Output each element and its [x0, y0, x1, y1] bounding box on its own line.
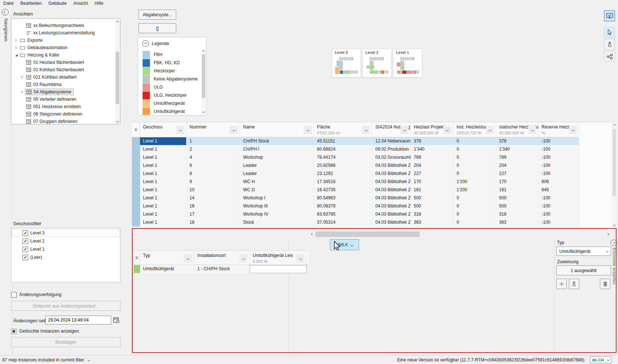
- column-filter-button[interactable]: [296, 254, 304, 262]
- table-cell[interactable]: WC H: [240, 178, 314, 186]
- scrollbar-thumb[interactable]: [202, 54, 205, 98]
- scroll-left-icon[interactable]: [310, 231, 315, 237]
- table-cell[interactable]: Level 1: [140, 210, 187, 219]
- row-selector[interactable]: [132, 202, 140, 210]
- table-cell[interactable]: 45.51151: [314, 137, 372, 145]
- brackets-button[interactable]: []: [139, 23, 176, 33]
- table-cell[interactable]: 0: [454, 162, 496, 170]
- row-selector[interactable]: [132, 178, 140, 186]
- table-cell[interactable]: CH/PH I: [240, 145, 314, 154]
- table-menu-button[interactable]: ≡: [132, 122, 140, 137]
- filter-row[interactable]: ✓Level 2: [11, 237, 120, 245]
- table-cell[interactable]: Umluftkühlgerät: [140, 265, 194, 273]
- table-cell[interactable]: 500: [411, 194, 454, 202]
- scroll-up-icon[interactable]: [612, 123, 617, 128]
- column-header-1[interactable]: Geschoss: [140, 122, 187, 137]
- table-cell[interactable]: 04.03 Bibliothek Ziel: [372, 162, 411, 170]
- column-header-9[interactable]: Reserve Heizl%: [539, 122, 579, 137]
- table-cell[interactable]: 4: [187, 154, 240, 162]
- table-cell[interactable]: Level 1: [140, 170, 187, 178]
- table-cell[interactable]: 0: [454, 137, 496, 145]
- table-cell[interactable]: 363: [411, 219, 454, 227]
- table-menu-button[interactable]: ≡: [134, 251, 140, 265]
- table-cell[interactable]: 37.05314: [314, 219, 372, 227]
- select-cursor-button[interactable]: [604, 27, 615, 38]
- table-cell[interactable]: Level 1: [140, 154, 187, 162]
- table-cell[interactable]: 04.03 Bibliothek Ziel: [372, 194, 411, 202]
- table-cell[interactable]: 500: [496, 194, 539, 202]
- expanded-arrow-icon[interactable]: [14, 54, 19, 57]
- menu-item-bearbeiten[interactable]: Bearbeiten: [17, 1, 45, 6]
- column-filter-button[interactable]: [569, 126, 577, 134]
- table-cell[interactable]: 1'340: [411, 145, 454, 154]
- column-filter-button[interactable]: [184, 254, 192, 262]
- table-cell[interactable]: 09.02 Produktion (feine Ar: [372, 145, 411, 154]
- tree-item[interactable]: xx Leistungszusammenstellung: [11, 29, 120, 37]
- scrollbar-thumb[interactable]: [612, 129, 616, 196]
- column-header-7[interactable]: inst. Heizleistung24'619.730 W: [454, 122, 496, 137]
- scroll-right-icon[interactable]: [605, 231, 610, 237]
- table-cell[interactable]: 1: [187, 137, 240, 145]
- collapsed-arrow-icon[interactable]: [14, 38, 19, 42]
- table-cell[interactable]: 17: [187, 210, 240, 219]
- table-cell[interactable]: 8: [187, 170, 240, 178]
- filter-row[interactable]: ✓Level 1: [11, 245, 120, 253]
- table-cell[interactable]: Level 1: [140, 186, 187, 194]
- table-cell[interactable]: 16: [187, 202, 240, 210]
- table-cell[interactable]: 204: [411, 162, 454, 170]
- table-cell[interactable]: Leader: [240, 162, 314, 170]
- table-cell[interactable]: 12.04 Nebenraum Ziel: [372, 137, 411, 145]
- table-vertical-scrollbar[interactable]: [612, 123, 617, 227]
- table-row[interactable]: Level 116Workshop III80.0837904.03 Bibli…: [132, 202, 612, 210]
- tree-scrollbar[interactable]: [115, 19, 120, 124]
- tree-item[interactable]: 01 Heizlast flächenbasiert: [11, 59, 120, 66]
- typ-select[interactable]: Umluftkühlgerät: [556, 247, 611, 256]
- table-cell[interactable]: 18: [187, 219, 240, 227]
- table-cell[interactable]: 10: [187, 186, 240, 194]
- table-cell[interactable]: 23.1292: [314, 170, 372, 178]
- filter-row[interactable]: ✓Level 3: [11, 229, 120, 237]
- row-selector[interactable]: [132, 210, 140, 219]
- floorplan-thumbnail-level1[interactable]: Level 1: [393, 49, 422, 78]
- column-header-2[interactable]: Installationsort: [194, 251, 250, 265]
- table-cell[interactable]: -100: [539, 210, 579, 219]
- column-filter-button[interactable]: [486, 126, 494, 134]
- tree-item[interactable]: xx Beleuchtungsnachweis: [11, 22, 120, 29]
- row-selector[interactable]: [132, 145, 140, 154]
- table-cell[interactable]: 606: [539, 178, 579, 186]
- menu-item-hilfe[interactable]: Hilfe: [91, 1, 107, 6]
- table-cell[interactable]: -100: [539, 202, 579, 210]
- history-timepoint-button[interactable]: Zeitpunkt aus Änderungsverlauf...: [11, 301, 120, 311]
- tree-item[interactable]: Gebäudeautomation: [11, 44, 120, 51]
- tree-item[interactable]: Heizung & Kälte: [11, 51, 120, 59]
- table-cell[interactable]: Level 1: [140, 194, 187, 202]
- table-cell[interactable]: [250, 265, 307, 273]
- column-filter-button[interactable]: [528, 126, 536, 134]
- checkbox-checked-icon[interactable]: ✓: [23, 238, 28, 244]
- column-header-6[interactable]: Heizlast Projekt45'368.000 W: [411, 122, 454, 137]
- row-selector[interactable]: [132, 186, 140, 194]
- table-cell[interactable]: 769: [496, 154, 539, 162]
- column-filter-button[interactable]: [304, 126, 312, 134]
- table-cell[interactable]: 63.63765: [314, 210, 372, 219]
- table-cell[interactable]: 645: [539, 186, 579, 194]
- horizontal-scrollbar-thumb[interactable]: [315, 231, 420, 237]
- table-cell[interactable]: 1'200: [454, 186, 496, 194]
- table-cell[interactable]: 20.82566: [314, 162, 372, 170]
- change-tracking-checkbox[interactable]: [11, 292, 17, 298]
- tree-item[interactable]: 021 Kühllast detailliert: [11, 73, 120, 81]
- selection-count-button[interactable]: 1 ausgewählt: [556, 265, 611, 275]
- menu-item-datei[interactable]: Datei: [0, 1, 17, 6]
- table-cell[interactable]: Level 1: [140, 145, 187, 154]
- row-selector[interactable]: [132, 162, 140, 170]
- table-cell[interactable]: 16.42735: [314, 186, 372, 194]
- legend-collapse-button[interactable]: [142, 40, 149, 47]
- table-cell[interactable]: 0: [454, 154, 496, 162]
- row-selector[interactable]: [132, 137, 140, 145]
- table-cell[interactable]: 769: [411, 154, 454, 162]
- table-cell[interactable]: 80.69824: [314, 145, 372, 154]
- table-cell[interactable]: 318: [496, 210, 539, 219]
- scroll-up-icon[interactable]: [202, 49, 205, 54]
- scroll-down-icon[interactable]: [202, 109, 205, 114]
- table-row[interactable]: Level 114Workshop I80.5496304.03 Bibliot…: [132, 194, 612, 202]
